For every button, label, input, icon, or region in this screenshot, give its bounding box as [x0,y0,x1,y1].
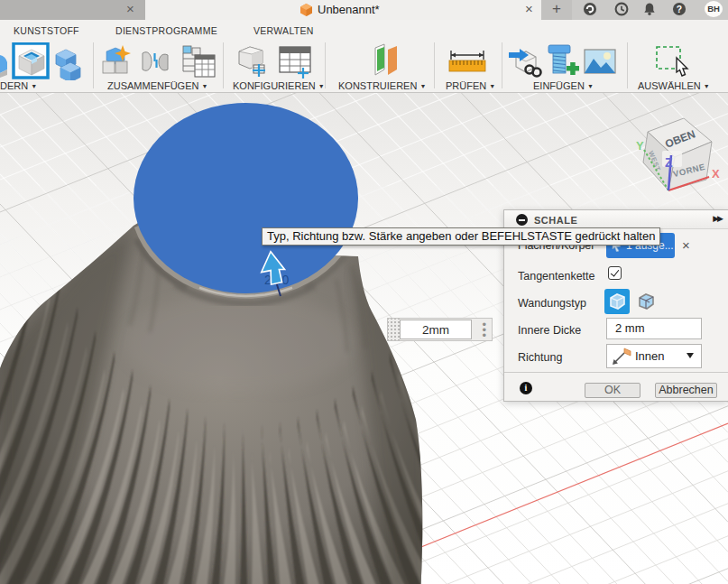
svg-text:Y: Y [636,139,644,153]
svg-text:X: X [712,167,720,181]
svg-text:Z: Z [665,155,673,170]
svg-text:?: ? [677,5,682,14]
